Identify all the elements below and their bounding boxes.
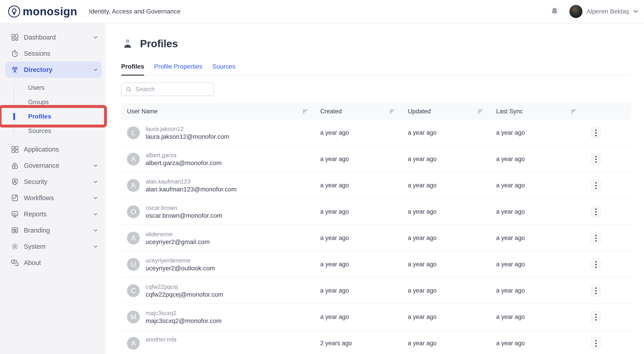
sidebar-item-label: Dashboard xyxy=(24,34,56,41)
table-row[interactable]: M majc3scxq2 majc3scxq2@monofor.com a ye… xyxy=(121,304,632,330)
row-username: alan.kaufman123 xyxy=(146,178,236,185)
table-row[interactable]: U uceyriyerdeneme uceyriyer2@outlook.com… xyxy=(121,251,632,278)
row-last-sync: a year ago xyxy=(496,208,584,215)
row-actions-button[interactable] xyxy=(590,153,601,165)
table-row[interactable]: C cqfw22pqcej cqfw22pqcej@monofor.com a … xyxy=(121,278,632,304)
row-created: a year ago xyxy=(320,287,408,294)
user-menu-chevron-down-icon[interactable] xyxy=(632,8,639,15)
row-created: a year ago xyxy=(320,182,408,189)
table-row[interactable]: A another.mfa 2 years ago a year ago a y… xyxy=(121,330,632,354)
sidebar-subitem-label: Profiles xyxy=(28,113,51,120)
row-actions-button[interactable] xyxy=(590,206,601,218)
sidebar-item-branding[interactable]: Branding xyxy=(0,222,106,238)
tab-sources[interactable]: Sources xyxy=(212,63,235,75)
row-last-sync: a year ago xyxy=(496,182,584,189)
chevron-down-icon xyxy=(92,162,99,169)
avatar: O xyxy=(127,205,140,218)
row-actions-button[interactable] xyxy=(590,179,601,192)
row-actions-button[interactable] xyxy=(590,337,601,349)
more-vertical-icon xyxy=(595,130,596,131)
sort-icon[interactable] xyxy=(571,109,577,114)
page-header: Profiles xyxy=(121,37,632,50)
row-actions-button[interactable] xyxy=(590,127,601,139)
sidebar-item-directory[interactable]: Directory xyxy=(6,62,102,78)
more-vertical-icon xyxy=(595,314,596,315)
row-email: uceyriyer2@outlook.com xyxy=(146,264,215,272)
row-email: uceyriyer2@gmail.com xyxy=(146,238,210,246)
sidebar-subitem-label: Groups xyxy=(28,99,49,106)
branding-sliders-icon xyxy=(11,226,19,234)
table-row[interactable]: A albert.garza albert.garza@monofor.com … xyxy=(121,146,632,173)
row-created: a year ago xyxy=(320,313,408,320)
logo: monosign Identity, Access and Governance xyxy=(8,5,180,18)
sidebar-item-about[interactable]: About xyxy=(0,255,106,271)
row-last-sync: a year ago xyxy=(496,261,584,268)
sidebar-item-security[interactable]: Security xyxy=(0,174,106,190)
row-actions-button[interactable] xyxy=(590,284,601,297)
sidebar-item-system[interactable]: System xyxy=(0,238,106,255)
more-vertical-icon xyxy=(595,208,596,210)
sidebar-item-dashboard[interactable]: Dashboard xyxy=(0,29,106,46)
sidebar-subitem-sources[interactable]: Sources xyxy=(0,124,106,138)
row-username: uceyriyerdeneme xyxy=(146,257,215,264)
column-header-created: Created xyxy=(320,108,342,115)
table-header: User Name Created Updated xyxy=(121,103,632,120)
notifications-bell-icon[interactable] xyxy=(550,7,558,16)
sidebar-item-label: Applications xyxy=(24,146,59,153)
sort-icon[interactable] xyxy=(478,109,484,114)
row-updated: a year ago xyxy=(408,156,496,163)
row-actions-button[interactable] xyxy=(590,311,601,323)
user-name[interactable]: Alperen Bektaş xyxy=(586,8,629,15)
more-vertical-icon xyxy=(595,261,596,262)
row-username: alideneme xyxy=(146,230,210,238)
row-last-sync: a year ago xyxy=(496,129,584,136)
sidebar-item-workflows[interactable]: Workflows xyxy=(0,190,106,206)
table-row[interactable]: A alan.kaufman123 alan.kaufman123@monofo… xyxy=(121,173,632,199)
row-created: a year ago xyxy=(320,235,408,242)
sidebar-item-label: Workflows xyxy=(24,194,54,202)
more-vertical-icon xyxy=(595,182,596,184)
column-header-user-name: User Name xyxy=(127,108,158,115)
row-last-sync: a year ago xyxy=(496,287,584,294)
row-email: laura.jakson12@monofor.com xyxy=(146,133,229,141)
directory-users-icon xyxy=(11,66,19,74)
search-input[interactable] xyxy=(135,86,210,93)
more-vertical-icon xyxy=(595,235,596,236)
row-username: albert.garza xyxy=(146,151,222,159)
directory-submenu: Users Groups Profiles Sources xyxy=(0,81,106,138)
table-row[interactable]: A alideneme uceyriyer2@gmail.com a year … xyxy=(121,225,632,251)
table-row[interactable]: L laura.jakson12 laura.jakson12@monofor.… xyxy=(121,120,632,146)
avatar: M xyxy=(127,310,140,323)
row-actions-button[interactable] xyxy=(590,232,601,244)
sidebar-item-applications[interactable]: Applications xyxy=(0,141,106,157)
user-avatar[interactable] xyxy=(570,5,582,18)
sidebar-item-reports[interactable]: Reports xyxy=(0,206,106,222)
sidebar-item-label: System xyxy=(24,243,46,250)
tab-profiles[interactable]: Profiles xyxy=(121,63,144,75)
row-last-sync: a year ago xyxy=(496,340,584,347)
sidebar-item-sessions[interactable]: Sessions xyxy=(0,46,106,62)
sidebar-item-label: Security xyxy=(24,178,48,186)
row-username: majc3scxq2 xyxy=(146,309,222,317)
row-username: oscar.brown xyxy=(146,204,222,212)
sidebar-subitem-groups[interactable]: Groups xyxy=(0,95,106,109)
reports-monitor-icon xyxy=(11,210,19,218)
sidebar-subitem-profiles[interactable]: Profiles xyxy=(0,109,106,124)
row-updated: a year ago xyxy=(408,208,496,215)
search-box[interactable] xyxy=(121,83,214,96)
row-actions-button[interactable] xyxy=(590,258,601,270)
active-indicator-bar xyxy=(13,113,15,120)
sidebar-item-label: Governance xyxy=(24,162,59,169)
sort-icon[interactable] xyxy=(303,109,308,114)
tab-profile-properties[interactable]: Profile Properties xyxy=(154,63,202,75)
sidebar-subitem-users[interactable]: Users xyxy=(0,81,106,95)
sidebar-subitem-label: Users xyxy=(28,84,44,91)
more-vertical-icon xyxy=(595,287,596,289)
more-vertical-icon xyxy=(595,156,596,157)
avatar: A xyxy=(127,153,140,166)
about-help-icon xyxy=(11,259,19,267)
table-row[interactable]: O oscar.brown oscar.brown@monofor.com a … xyxy=(121,199,632,225)
sidebar-item-governance[interactable]: Governance xyxy=(0,157,106,174)
sort-icon[interactable] xyxy=(390,109,396,114)
sidebar: Dashboard Sessions Directory xyxy=(0,23,106,354)
